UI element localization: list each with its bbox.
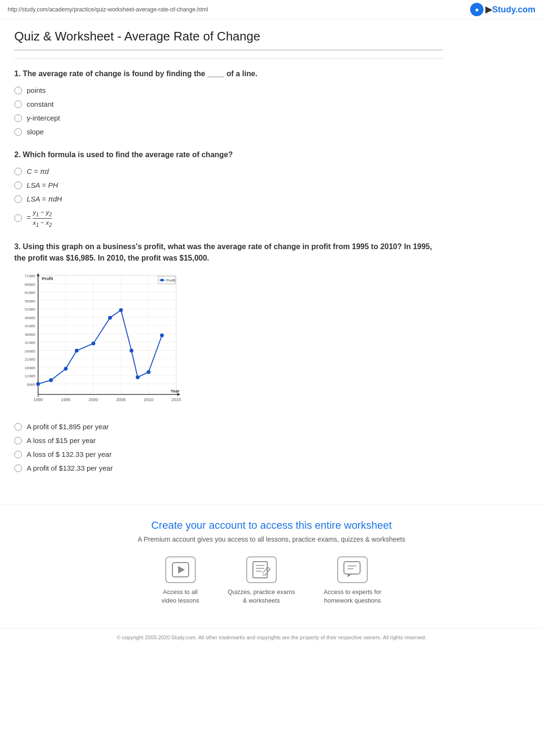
svg-point-54: [119, 308, 123, 312]
quiz-icon: [246, 556, 277, 583]
page-title: Quiz & Worksheet - Average Rate of Chang…: [14, 29, 443, 50]
cta-title: Create your account to access this entir…: [10, 519, 533, 532]
svg-point-49: [49, 378, 53, 382]
svg-text:2000: 2000: [89, 397, 98, 402]
svg-text:26985: 26985: [25, 349, 36, 353]
option-label-1-2: constant: [27, 100, 54, 108]
graph-container: 71985 66985 61985 56985 51985 46985 4198…: [14, 271, 186, 415]
option-label-3-3: A loss of $ 132.33 per year: [27, 450, 111, 458]
option-label-1-1: points: [27, 86, 46, 94]
feature-video-label: Access to allvideo lessons: [161, 588, 199, 605]
svg-marker-24: [37, 273, 40, 276]
option-label-1-3: y-intercept: [27, 114, 60, 122]
svg-text:31985: 31985: [25, 341, 36, 345]
svg-text:Profit: Profit: [42, 276, 53, 281]
option-3-3[interactable]: A loss of $ 132.33 per year: [14, 450, 443, 458]
svg-text:21985: 21985: [25, 357, 36, 362]
svg-text:2005: 2005: [116, 397, 126, 402]
svg-point-56: [136, 375, 140, 379]
svg-text:Profit: Profit: [166, 278, 175, 282]
option-label-3-4: A profit of $132.33 per year: [27, 464, 113, 472]
svg-point-53: [108, 316, 112, 320]
option-3-1[interactable]: A profit of $1,895 per year: [14, 423, 443, 431]
svg-text:6985: 6985: [27, 383, 35, 387]
svg-point-57: [147, 370, 151, 374]
svg-text:2015: 2015: [171, 397, 181, 402]
option-label-2-3: LSA = πdH: [27, 195, 62, 203]
url-bar: http://study.com/academy/practice/quiz-w…: [8, 6, 208, 13]
svg-marker-73: [348, 574, 352, 577]
option-1-3[interactable]: y-intercept: [14, 114, 443, 122]
option-2-3[interactable]: LSA = πdH: [14, 195, 443, 203]
svg-text:56985: 56985: [25, 299, 36, 303]
question-2-text: 2. Which formula is used to find the ave…: [14, 149, 443, 161]
option-2-2[interactable]: LSA = PH: [14, 181, 443, 189]
radio-1-4[interactable]: [14, 128, 22, 136]
option-1-1[interactable]: points: [14, 86, 443, 94]
svg-text:46985: 46985: [25, 316, 36, 320]
question-2: 2. Which formula is used to find the ave…: [14, 149, 443, 228]
question-1: 1. The average rate of change is found b…: [14, 68, 443, 136]
feature-video: Access to allvideo lessons: [161, 556, 199, 605]
svg-point-52: [91, 342, 95, 345]
svg-point-48: [36, 382, 40, 386]
svg-text:41985: 41985: [25, 324, 36, 328]
radio-1-2[interactable]: [14, 101, 22, 108]
radio-1-1[interactable]: [14, 87, 22, 94]
question-1-text: 1. The average rate of change is found b…: [14, 68, 443, 80]
svg-text:71985: 71985: [25, 274, 36, 278]
radio-2-4[interactable]: [14, 214, 22, 222]
svg-text:Year: Year: [171, 389, 180, 393]
svg-text:1990: 1990: [33, 397, 43, 402]
svg-text:61985: 61985: [25, 291, 36, 295]
svg-text:1995: 1995: [61, 397, 70, 402]
option-1-4[interactable]: slope: [14, 128, 443, 136]
option-2-4[interactable]: = y1 − y2x1 − x2: [14, 209, 443, 228]
logo: ● ▶Study.com: [470, 3, 535, 16]
svg-marker-64: [178, 566, 185, 574]
svg-text:2010: 2010: [144, 397, 153, 402]
option-label-2-1: C = πd: [27, 167, 49, 175]
option-3-4[interactable]: A profit of $132.33 per year: [14, 464, 443, 472]
svg-text:51985: 51985: [25, 307, 36, 312]
cta-section: Create your account to access this entir…: [0, 504, 543, 628]
option-label-2-4: = y1 − y2x1 − x2: [27, 209, 52, 228]
svg-rect-65: [253, 562, 267, 578]
radio-2-3[interactable]: [14, 195, 22, 203]
radio-3-4[interactable]: [14, 464, 22, 472]
svg-rect-0: [38, 275, 176, 394]
logo-text: ▶Study.com: [485, 4, 535, 15]
option-2-1[interactable]: C = πd: [14, 167, 443, 175]
option-label-3-2: A loss of $15 per year: [27, 436, 96, 444]
main-content: Quiz & Worksheet - Average Rate of Chang…: [0, 20, 457, 495]
option-1-2[interactable]: constant: [14, 100, 443, 108]
feature-quizzes: Quizzes, practice exams& worksheets: [228, 556, 295, 605]
svg-point-50: [64, 367, 68, 371]
svg-text:16985: 16985: [25, 366, 36, 370]
option-3-2[interactable]: A loss of $15 per year: [14, 436, 443, 444]
svg-point-51: [75, 349, 79, 353]
svg-text:36985: 36985: [25, 333, 36, 337]
radio-2-2[interactable]: [14, 181, 22, 189]
radio-1-3[interactable]: [14, 114, 22, 122]
option-label-3-1: A profit of $1,895 per year: [27, 423, 109, 431]
svg-text:11985: 11985: [25, 374, 36, 378]
svg-point-61: [161, 279, 163, 282]
radio-3-1[interactable]: [14, 423, 22, 431]
question-3: 3. Using this graph on a business's prof…: [14, 241, 443, 472]
svg-rect-70: [344, 562, 360, 574]
radio-3-3[interactable]: [14, 451, 22, 458]
feature-experts: Access to experts forhomework questions: [324, 556, 382, 605]
footer-text: © copyright 2003-2020 Study.com. All oth…: [117, 635, 426, 640]
svg-point-55: [130, 349, 133, 353]
option-label-2-2: LSA = PH: [27, 181, 58, 189]
question-3-text: 3. Using this graph on a business's prof…: [14, 241, 443, 264]
feature-quizzes-label: Quizzes, practice exams& worksheets: [228, 588, 295, 605]
radio-2-1[interactable]: [14, 168, 22, 175]
profit-graph: 71985 66985 61985 56985 51985 46985 4198…: [14, 271, 186, 413]
logo-icon: ●: [470, 3, 483, 16]
cta-subtitle: A Premium account gives you access to al…: [10, 535, 533, 543]
svg-point-58: [160, 333, 164, 337]
radio-3-2[interactable]: [14, 437, 22, 444]
svg-text:66985: 66985: [25, 282, 36, 287]
